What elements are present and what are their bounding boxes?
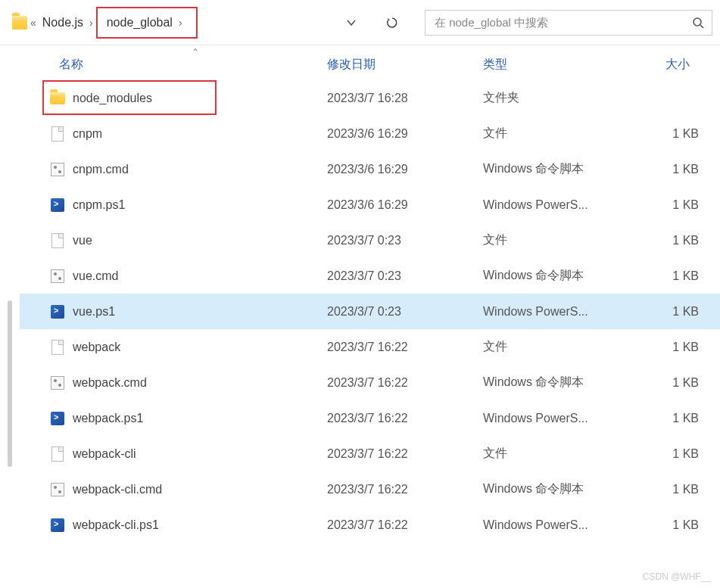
file-name: webpack-cli.ps1 — [73, 518, 159, 532]
powershell-file-icon — [50, 304, 65, 319]
cmd-file-icon — [50, 375, 65, 390]
file-type: Windows PowerS... — [483, 518, 624, 532]
file-name: webpack-cli.cmd — [73, 483, 162, 496]
file-name: cnpm.ps1 — [73, 198, 125, 212]
table-row[interactable]: vue2023/3/7 0:23文件1 KB — [20, 222, 720, 258]
cmd-file-icon — [50, 162, 65, 177]
file-date: 2023/3/7 16:28 — [327, 92, 483, 105]
file-name: cnpm — [73, 127, 102, 141]
file-date: 2023/3/6 16:29 — [327, 198, 483, 212]
file-name: node_modules — [73, 92, 152, 105]
powershell-file-icon — [50, 518, 65, 533]
table-row[interactable]: cnpm.cmd2023/3/6 16:29Windows 命令脚本1 KB — [20, 151, 720, 187]
file-size: 1 KB — [624, 127, 720, 141]
folder-icon — [50, 91, 65, 106]
folder-icon — [12, 15, 27, 30]
address-bar: « Node.js › node_global › — [0, 0, 720, 45]
breadcrumb-ellipsis[interactable]: « — [30, 17, 36, 29]
table-row[interactable]: vue.ps12023/3/7 0:23Windows PowerS...1 K… — [20, 294, 720, 329]
header-name[interactable]: 名称 — [20, 57, 327, 73]
cmd-file-icon — [50, 482, 65, 497]
file-name: vue.ps1 — [73, 305, 115, 319]
file-type: 文件 — [483, 232, 624, 248]
file-size: 1 KB — [624, 518, 720, 532]
header-size[interactable]: 大小 — [624, 57, 720, 73]
file-type: Windows 命令脚本 — [483, 268, 624, 284]
chevron-right-icon[interactable]: › — [179, 17, 182, 29]
file-date: 2023/3/7 0:23 — [327, 234, 483, 247]
svg-line-1 — [700, 25, 703, 28]
file-size: 1 KB — [624, 198, 720, 212]
file-type: 文件夹 — [483, 90, 624, 106]
file-size: 1 KB — [624, 234, 720, 247]
powershell-file-icon — [50, 411, 65, 426]
generic-file-icon — [50, 126, 65, 142]
refresh-button[interactable] — [381, 11, 404, 34]
file-type: 文件 — [483, 446, 624, 462]
file-type: Windows 命令脚本 — [483, 161, 624, 177]
search-input[interactable] — [433, 15, 692, 30]
file-size: 1 KB — [624, 483, 720, 496]
file-list: ⌃ 名称 修改日期 类型 大小 node_modules2023/3/7 16:… — [20, 45, 720, 588]
file-date: 2023/3/7 0:23 — [327, 305, 483, 319]
file-date: 2023/3/7 16:22 — [327, 483, 483, 496]
file-size: 1 KB — [624, 376, 720, 390]
file-type: 文件 — [483, 339, 624, 355]
file-name: cnpm.cmd — [73, 163, 129, 176]
table-row[interactable]: webpack-cli.ps12023/3/7 16:22Windows Pow… — [20, 507, 720, 543]
file-name: webpack.cmd — [73, 376, 147, 390]
header-date[interactable]: 修改日期 — [327, 57, 483, 73]
search-icon[interactable] — [692, 17, 704, 29]
sort-indicator-icon: ⌃ — [192, 47, 202, 53]
file-name: webpack.ps1 — [73, 412, 143, 425]
address-controls — [340, 11, 404, 34]
file-date: 2023/3/6 16:29 — [327, 127, 483, 141]
table-row[interactable]: cnpm2023/3/6 16:29文件1 KB — [20, 116, 720, 151]
file-date: 2023/3/7 16:22 — [327, 447, 483, 461]
watermark: CSDN @WHF__ — [643, 571, 711, 582]
table-row[interactable]: webpack.ps12023/3/7 16:22Windows PowerS.… — [20, 400, 720, 436]
file-date: 2023/3/6 16:29 — [327, 163, 483, 176]
file-size: 1 KB — [624, 305, 720, 319]
file-name: webpack — [73, 341, 120, 354]
table-row[interactable]: webpack-cli.cmd2023/3/7 16:22Windows 命令脚… — [20, 471, 720, 507]
history-dropdown-button[interactable] — [340, 11, 363, 34]
nav-pane-collapsed[interactable] — [0, 45, 20, 588]
table-row[interactable]: webpack.cmd2023/3/7 16:22Windows 命令脚本1 K… — [20, 365, 720, 400]
file-size: 1 KB — [624, 269, 720, 283]
file-type: Windows PowerS... — [483, 412, 624, 425]
file-name: vue.cmd — [73, 269, 118, 283]
breadcrumb-current[interactable]: node_global — [104, 14, 176, 31]
file-date: 2023/3/7 16:22 — [327, 412, 483, 425]
table-row[interactable]: webpack-cli2023/3/7 16:22文件1 KB — [20, 436, 720, 471]
table-row[interactable]: vue.cmd2023/3/7 0:23Windows 命令脚本1 KB — [20, 258, 720, 294]
file-type: Windows 命令脚本 — [483, 481, 624, 497]
header-type[interactable]: 类型 — [483, 57, 624, 73]
generic-file-icon — [50, 340, 65, 355]
scrollbar-handle[interactable] — [8, 300, 12, 467]
file-name: vue — [73, 234, 92, 247]
file-size: 1 KB — [624, 163, 720, 176]
file-type: Windows PowerS... — [483, 198, 624, 212]
svg-point-0 — [694, 18, 701, 26]
file-type: Windows 命令脚本 — [483, 375, 624, 390]
file-date: 2023/3/7 16:22 — [327, 518, 483, 532]
breadcrumb-current-highlight: node_global › — [96, 7, 198, 39]
generic-file-icon — [50, 233, 65, 248]
generic-file-icon — [50, 446, 65, 462]
chevron-right-icon[interactable]: › — [89, 17, 93, 29]
table-row[interactable]: node_modules2023/3/7 16:28文件夹 — [20, 80, 720, 116]
file-size: 1 KB — [624, 341, 720, 354]
file-size: 1 KB — [624, 412, 720, 425]
powershell-file-icon — [50, 198, 65, 213]
file-date: 2023/3/7 0:23 — [327, 269, 483, 283]
breadcrumb[interactable]: « Node.js › node_global › — [12, 7, 198, 39]
file-size: 1 KB — [624, 447, 720, 461]
file-date: 2023/3/7 16:22 — [327, 376, 483, 390]
search-box[interactable] — [425, 10, 712, 36]
table-row[interactable]: webpack2023/3/7 16:22文件1 KB — [20, 329, 720, 365]
cmd-file-icon — [50, 269, 65, 284]
breadcrumb-parent[interactable]: Node.js — [39, 14, 86, 31]
table-row[interactable]: cnpm.ps12023/3/6 16:29Windows PowerS...1… — [20, 187, 720, 222]
file-type: 文件 — [483, 126, 624, 142]
